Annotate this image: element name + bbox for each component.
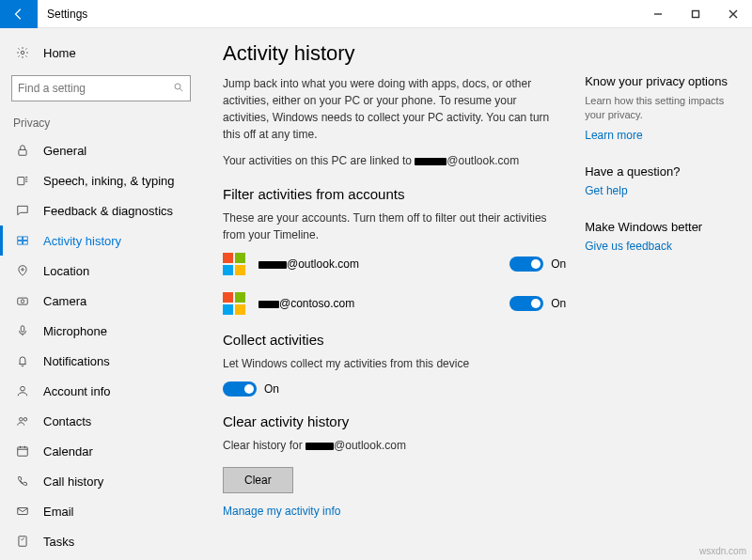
minimize-button[interactable] — [639, 0, 677, 28]
manage-activity-link[interactable]: Manage my activity info — [223, 505, 566, 518]
lock-icon — [13, 144, 32, 157]
sidebar-item-label: Speech, inking, & typing — [43, 174, 174, 188]
sidebar-item-calendar[interactable]: Calendar — [0, 436, 202, 466]
sidebar-item-label: Microphone — [43, 324, 107, 338]
sidebar-item-speech[interactable]: Speech, inking, & typing — [0, 165, 202, 195]
svg-rect-18 — [19, 537, 26, 547]
sidebar-item-label: Camera — [43, 294, 86, 308]
sidebar-item-label: Account info — [43, 384, 111, 398]
feedback-icon — [13, 204, 32, 217]
window-controls — [639, 0, 752, 28]
privacy-heading: Know your privacy options — [585, 74, 743, 88]
filter-text: These are your accounts. Turn them off t… — [223, 210, 566, 243]
clear-button[interactable]: Clear — [223, 467, 293, 493]
sidebar-item-label: Email — [43, 505, 74, 519]
maximize-icon — [691, 9, 700, 19]
account-icon — [13, 384, 32, 397]
learn-more-link[interactable]: Learn more — [585, 129, 743, 142]
title-bar: Settings — [0, 0, 752, 28]
svg-rect-5 — [18, 237, 23, 241]
sidebar-item-label: Contacts — [43, 414, 91, 428]
collect-toggle[interactable] — [223, 381, 257, 397]
svg-point-15 — [24, 418, 27, 422]
microsoft-logo-icon — [223, 292, 245, 315]
svg-point-9 — [22, 269, 24, 271]
microphone-icon — [13, 324, 32, 337]
svg-rect-8 — [24, 241, 28, 245]
svg-rect-6 — [24, 237, 28, 241]
svg-point-13 — [21, 386, 25, 391]
calendar-icon — [13, 444, 32, 458]
svg-point-1 — [21, 51, 24, 54]
contacts-icon — [13, 414, 32, 428]
feedback-link[interactable]: Give us feedback — [585, 240, 743, 253]
svg-point-11 — [21, 300, 24, 303]
email-icon — [13, 505, 32, 518]
search-icon — [173, 82, 184, 96]
svg-rect-12 — [21, 326, 24, 332]
sidebar-item-tasks[interactable]: Tasks — [0, 526, 202, 556]
redacted-text — [258, 301, 279, 308]
intro-text: Jump back into what you were doing with … — [223, 75, 566, 143]
svg-rect-3 — [19, 149, 26, 155]
toggle-state: On — [264, 382, 279, 396]
content-column: Activity history Jump back into what you… — [223, 41, 566, 551]
clear-heading: Clear activity history — [223, 413, 566, 429]
sidebar-item-camera[interactable]: Camera — [0, 286, 202, 316]
search-box[interactable] — [11, 75, 191, 101]
location-icon — [13, 264, 32, 277]
toggle-state: On — [551, 257, 566, 271]
sidebar-item-microphone[interactable]: Microphone — [0, 316, 202, 346]
back-button[interactable] — [0, 0, 38, 28]
svg-rect-0 — [693, 10, 699, 17]
svg-rect-4 — [18, 178, 24, 185]
window-title: Settings — [38, 8, 639, 21]
sidebar-item-feedback[interactable]: Feedback & diagnostics — [0, 195, 202, 226]
svg-rect-7 — [18, 241, 23, 245]
redacted-text — [306, 443, 334, 450]
bell-icon — [13, 354, 32, 367]
sidebar-group-header: Privacy — [0, 113, 202, 135]
close-button[interactable] — [714, 0, 752, 28]
sidebar-item-account-info[interactable]: Account info — [0, 376, 202, 406]
phone-icon — [13, 474, 32, 488]
sidebar-item-email[interactable]: Email — [0, 496, 202, 526]
collect-text: Let Windows collect my activities from t… — [223, 355, 566, 372]
redacted-text — [258, 261, 287, 269]
page-title: Activity history — [223, 41, 566, 66]
speech-icon — [13, 174, 32, 187]
sidebar-item-general[interactable]: General — [0, 135, 202, 165]
sidebar: Home Privacy General Speech, inking, & t… — [0, 28, 202, 560]
account-label: @contoso.com — [258, 297, 509, 310]
sidebar-home[interactable]: Home — [0, 38, 202, 68]
sidebar-item-call-history[interactable]: Call history — [0, 466, 202, 496]
sidebar-item-label: Calendar — [43, 444, 93, 459]
svg-point-14 — [20, 418, 24, 422]
get-help-link[interactable]: Get help — [585, 184, 743, 197]
svg-point-2 — [175, 84, 180, 89]
redacted-text — [415, 158, 446, 165]
main-panel: Activity history Jump back into what you… — [202, 28, 752, 560]
sidebar-item-contacts[interactable]: Contacts — [0, 406, 202, 436]
sidebar-item-label: Activity history — [43, 234, 121, 248]
linked-account-text: Your activities on this PC are linked to… — [223, 152, 566, 169]
maximize-button[interactable] — [677, 0, 714, 28]
account-toggle[interactable] — [509, 257, 543, 272]
make-better-heading: Make Windows better — [585, 220, 743, 234]
camera-icon — [13, 294, 32, 307]
account-toggle[interactable] — [509, 296, 543, 311]
sidebar-item-label: Feedback & diagnostics — [43, 204, 173, 218]
search-input[interactable] — [18, 82, 173, 95]
minimize-icon — [653, 9, 663, 19]
sidebar-item-label: Notifications — [43, 354, 110, 368]
sidebar-item-label: Call history — [43, 474, 103, 489]
close-icon — [728, 9, 738, 19]
microsoft-logo-icon — [223, 253, 245, 275]
gear-icon — [13, 46, 32, 59]
sidebar-item-notifications[interactable]: Notifications — [0, 346, 202, 376]
sidebar-item-label: General — [43, 144, 86, 158]
privacy-text: Learn how this setting impacts your priv… — [585, 94, 743, 123]
sidebar-item-activity-history[interactable]: Activity history — [0, 226, 202, 256]
sidebar-item-location[interactable]: Location — [0, 256, 202, 286]
clear-label: Clear history for @outlook.com — [223, 437, 566, 454]
